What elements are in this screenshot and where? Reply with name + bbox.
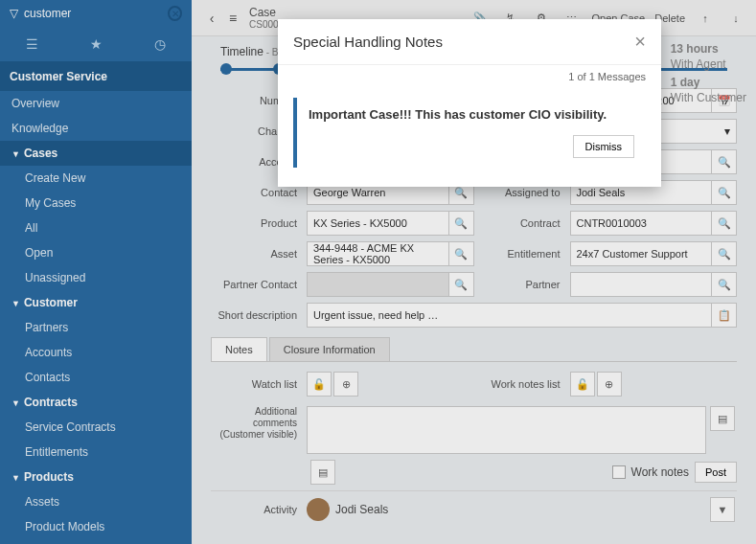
dismiss-button[interactable]: Dismiss: [573, 135, 635, 158]
modal-title: Special Handling Notes: [293, 34, 443, 50]
special-handling-modal: Special Handling Notes × 1 of 1 Messages…: [278, 19, 661, 187]
modal-count: 1 of 1 Messages: [278, 65, 661, 88]
modal-message: Important Case!!! This has customer CIO …: [309, 107, 634, 122]
close-icon[interactable]: ×: [634, 31, 646, 53]
